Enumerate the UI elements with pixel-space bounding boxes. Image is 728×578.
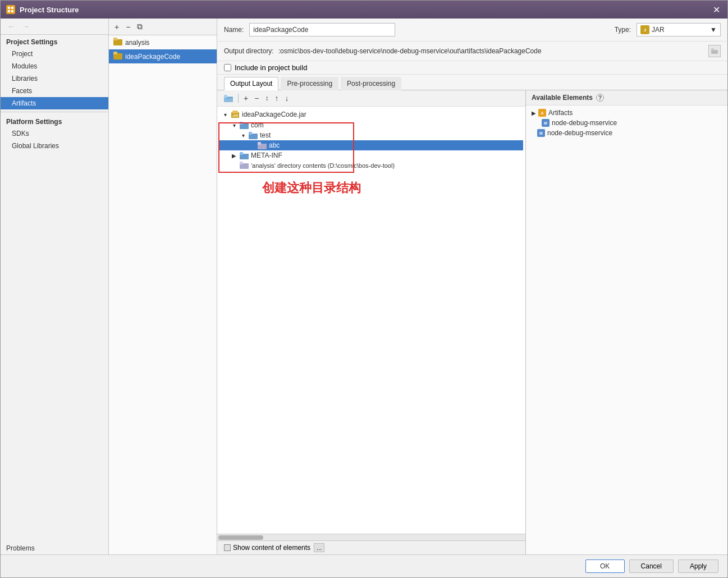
output-folder-button[interactable] [222, 94, 235, 103]
com-chevron: ▾ [231, 122, 237, 129]
platform-settings-section: Platform Settings [1, 114, 108, 127]
output-layout-panel: + − ↕ ↑ ↓ ▾ [217, 90, 525, 554]
type-dropdown-arrow: ▼ [710, 26, 717, 34]
svg-rect-11 [224, 95, 227, 98]
svg-rect-23 [240, 152, 243, 155]
svg-rect-0 [8, 7, 10, 9]
sidebar-item-sdks[interactable]: SDKs [1, 127, 108, 140]
output-dir-value: :osmic\bos-dev-tool\debug-service\node-d… [278, 47, 704, 55]
dialog-title: Project Structure [20, 6, 79, 14]
sidebar-item-libraries[interactable]: Libraries [1, 72, 108, 85]
horizontal-scrollbar[interactable] [217, 534, 525, 540]
sidebar: ← → Project Settings Project Modules Lib… [1, 19, 109, 554]
show-content-label: Show content of elements [233, 544, 310, 552]
tab-pre-processing[interactable]: Pre-processing [281, 77, 338, 90]
sidebar-item-project[interactable]: Project [1, 48, 108, 60]
tab-post-processing[interactable]: Post-processing [341, 77, 401, 90]
svg-text:JAR: JAR [232, 114, 238, 117]
com-folder-icon [240, 122, 249, 129]
output-dir-row: Output directory: :osmic\bos-dev-tool\de… [217, 42, 727, 61]
sidebar-item-facets[interactable]: Facets [1, 85, 108, 97]
include-build-checkbox[interactable] [224, 64, 231, 71]
jar-label: ideaPackageCode.jar [242, 111, 306, 118]
module-label-2: node-debug-mservice [547, 129, 612, 137]
meta-inf-chevron: ▶ [231, 153, 237, 159]
nav-back-button[interactable]: ← [5, 21, 17, 32]
output-down-button[interactable]: ↓ [282, 93, 291, 104]
artifact-item-ideapackagecode[interactable]: ideaPackageCode [109, 49, 217, 63]
close-button[interactable]: ✕ [711, 4, 722, 15]
output-dir-label: Output directory: [224, 47, 274, 55]
meta-inf-label: META-INF [251, 152, 282, 159]
artifacts-group-label: Artifacts [548, 109, 573, 117]
artifact-list-panel: + − ⧉ analysis [109, 19, 217, 554]
artifact-ideapackagecode-icon [113, 52, 122, 61]
bottom-bar: Show content of elements ... [217, 540, 525, 554]
show-content-row: Show content of elements [224, 544, 310, 552]
available-tree: ▶ A Artifacts M node-debug-mservice M [526, 105, 727, 554]
output-remove-button[interactable]: − [252, 93, 261, 104]
output-sort-button[interactable]: ↕ [263, 93, 271, 103]
svg-rect-3 [11, 10, 13, 12]
tree-item-com[interactable]: ▾ com [219, 120, 523, 130]
available-artifacts-group[interactable]: ▶ A Artifacts [528, 108, 725, 118]
svg-rect-14 [232, 111, 238, 113]
svg-rect-25 [240, 162, 243, 164]
copy-artifact-button[interactable]: ⧉ [135, 21, 145, 33]
abc-label: abc [269, 141, 280, 149]
jar-icon: JAR [231, 110, 240, 119]
more-options-button[interactable]: ... [314, 543, 324, 552]
output-tree: ▾ JAR ideaPackageCode.jar [217, 107, 525, 534]
project-settings-section: Project Settings [1, 35, 108, 48]
available-elements-header: Available Elements ? [526, 90, 727, 105]
output-up-button[interactable]: ↑ [272, 93, 281, 104]
artifact-analysis-label: analysis [125, 39, 149, 47]
sidebar-item-modules[interactable]: Modules [1, 60, 108, 72]
tree-item-abc[interactable]: abc [219, 140, 523, 150]
module-icon-2: M [537, 129, 545, 137]
app-icon [6, 5, 15, 14]
available-module-1[interactable]: M node-debug-mservice [528, 118, 725, 128]
tree-item-test[interactable]: ▾ test [219, 130, 523, 140]
tree-item-jar[interactable]: ▾ JAR ideaPackageCode.jar [219, 109, 523, 120]
sidebar-item-artifacts[interactable]: Artifacts [1, 97, 108, 109]
module-icon-1: M [542, 119, 550, 127]
tabs-row: Output Layout Pre-processing Post-proces… [217, 75, 727, 90]
ok-button[interactable]: OK [585, 559, 625, 573]
artifact-analysis-icon [113, 38, 122, 47]
svg-rect-8 [711, 50, 718, 54]
output-add-button[interactable]: + [241, 93, 250, 104]
tab-output-layout[interactable]: Output Layout [224, 77, 278, 90]
include-build-row: Include in project build [217, 61, 727, 75]
artifact-toolbar: + − ⧉ [109, 19, 217, 35]
tree-item-analysis-dir[interactable]: 'analysis' directory contents (D:\cosmic… [219, 160, 523, 170]
jar-type-icon: J [640, 25, 649, 34]
type-select[interactable]: J JAR ▼ [637, 23, 721, 36]
svg-rect-2 [8, 10, 10, 12]
cancel-button[interactable]: Cancel [629, 559, 674, 573]
analysis-dir-folder-icon [240, 162, 249, 169]
dialog-footer: OK Cancel Apply [1, 554, 727, 577]
sidebar-item-problems[interactable]: Problems [1, 542, 108, 554]
available-module-2[interactable]: M node-debug-mservice [528, 128, 725, 138]
browse-output-dir-button[interactable] [708, 45, 721, 57]
nav-forward-button[interactable]: → [20, 21, 32, 32]
test-folder-icon [249, 132, 258, 139]
title-bar-left: Project Structure [6, 5, 79, 14]
module-label-1: node-debug-mservice [552, 119, 617, 127]
sidebar-item-global-libraries[interactable]: Global Libraries [1, 140, 108, 152]
svg-rect-5 [113, 38, 117, 40]
add-artifact-button[interactable]: + [112, 21, 121, 33]
test-chevron: ▾ [240, 132, 246, 139]
title-bar: Project Structure ✕ [1, 1, 727, 19]
content-split: + − ↕ ↑ ↓ ▾ [217, 90, 727, 554]
svg-rect-1 [11, 7, 13, 9]
available-help-icon[interactable]: ? [596, 94, 604, 102]
svg-rect-17 [240, 122, 243, 125]
artifact-item-analysis[interactable]: analysis [109, 35, 217, 49]
artifacts-group-icon: A [538, 109, 546, 117]
name-input[interactable] [249, 23, 395, 36]
remove-artifact-button[interactable]: − [123, 21, 132, 33]
apply-button[interactable]: Apply [678, 559, 718, 573]
tree-item-meta-inf[interactable]: ▶ META-INF [219, 150, 523, 160]
